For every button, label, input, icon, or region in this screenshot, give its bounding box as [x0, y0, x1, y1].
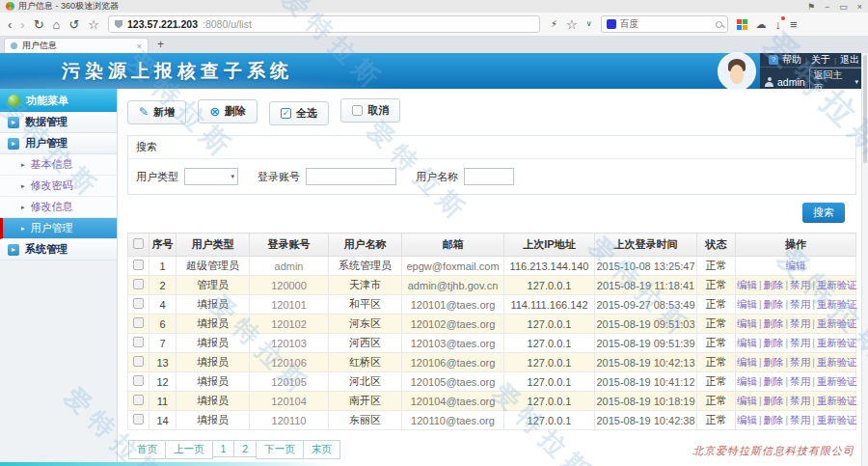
- new-tab-icon[interactable]: +: [157, 38, 164, 53]
- row-checkbox[interactable]: [133, 298, 144, 309]
- chevron-down-icon[interactable]: ∨: [586, 20, 592, 28]
- tab-favicon: [11, 42, 17, 49]
- row-checkbox[interactable]: [133, 260, 144, 270]
- sidebar-item-4[interactable]: ▸修改信息: [0, 197, 117, 218]
- row-checkbox[interactable]: [133, 375, 144, 386]
- page-button-1[interactable]: 上一页: [165, 440, 213, 459]
- minimize-icon[interactable]: −: [825, 2, 829, 12]
- op-link[interactable]: 禁用: [790, 298, 810, 310]
- scrollbar-thumb[interactable]: [863, 55, 867, 163]
- back-icon[interactable]: ‹: [8, 18, 12, 31]
- forward-icon[interactable]: ›: [20, 18, 24, 31]
- flash-icon[interactable]: ⚡: [551, 19, 557, 29]
- op-link[interactable]: 编辑: [737, 317, 757, 329]
- column-header-6: 上次登录时间: [595, 233, 697, 257]
- collect-star-icon[interactable]: ☆: [566, 18, 578, 31]
- cell-time: 2015-08-19 11:18:41: [595, 276, 697, 295]
- op-link[interactable]: 删除: [764, 279, 784, 290]
- op-link[interactable]: 编辑: [737, 414, 757, 425]
- op-link[interactable]: 重新验证: [817, 375, 857, 387]
- op-link[interactable]: 编辑: [737, 395, 757, 406]
- sidebar-item-6[interactable]: ▸系统管理: [0, 239, 117, 260]
- op-link[interactable]: 重新验证: [817, 414, 857, 425]
- search-button[interactable]: 搜索: [802, 203, 845, 223]
- row-checkbox[interactable]: [133, 395, 144, 405]
- header-checkbox[interactable]: [133, 238, 144, 249]
- op-link[interactable]: 编辑: [737, 298, 757, 310]
- op-link[interactable]: 重新验证: [817, 298, 857, 310]
- op-link[interactable]: 删除: [764, 414, 784, 425]
- bullet-arrow-icon: ▸: [21, 225, 25, 233]
- row-checkbox[interactable]: [133, 317, 144, 328]
- browser-search-box[interactable]: 百度: [601, 15, 728, 33]
- favorite-icon[interactable]: ☆: [88, 18, 99, 31]
- op-link[interactable]: 删除: [764, 337, 784, 348]
- select-all-button[interactable]: ✓ 全选: [269, 101, 329, 125]
- cell-status: 正常: [697, 411, 736, 430]
- user-name-input[interactable]: [464, 168, 514, 185]
- login-account-input[interactable]: [306, 168, 396, 185]
- row-checkbox[interactable]: [133, 279, 144, 289]
- op-link[interactable]: 删除: [764, 298, 784, 310]
- sidebar-item-2[interactable]: ▸基本信息: [0, 154, 117, 176]
- browser-tab[interactable]: 用户信息 ×: [4, 38, 149, 53]
- op-link[interactable]: 禁用: [790, 279, 810, 290]
- op-link[interactable]: 编辑: [737, 356, 757, 368]
- op-link[interactable]: 删除: [764, 317, 784, 329]
- op-link[interactable]: 禁用: [790, 337, 810, 348]
- op-link[interactable]: 编辑: [786, 260, 806, 271]
- page-scrollbar[interactable]: [861, 53, 868, 466]
- menu-icon[interactable]: ≡: [790, 18, 798, 31]
- op-link[interactable]: 禁用: [790, 375, 810, 387]
- row-checkbox[interactable]: [133, 356, 144, 367]
- op-link[interactable]: 禁用: [790, 395, 810, 406]
- tab-close-icon[interactable]: ×: [137, 41, 142, 51]
- sidebar-item-3[interactable]: ▸修改密码: [0, 176, 117, 197]
- op-link[interactable]: 编辑: [737, 375, 757, 387]
- op-link[interactable]: 重新验证: [817, 337, 857, 348]
- op-link[interactable]: 重新验证: [817, 279, 857, 290]
- pin-icon[interactable]: ⚑: [807, 2, 815, 12]
- op-link[interactable]: 删除: [764, 395, 784, 406]
- sidebar-item-1[interactable]: ▸用户管理: [0, 133, 117, 154]
- page-button-5[interactable]: 末页: [303, 440, 340, 459]
- history-icon[interactable]: ↺: [68, 18, 79, 31]
- row-checkbox[interactable]: [133, 337, 144, 347]
- return-home-button[interactable]: 返回主页 ▾: [809, 68, 863, 96]
- maximize-icon[interactable]: ▭: [839, 2, 848, 12]
- row-checkbox[interactable]: [133, 414, 144, 425]
- page-button-4[interactable]: 下一页: [256, 440, 304, 459]
- header-link-2[interactable]: 退出: [840, 53, 859, 67]
- sidebar-item-5[interactable]: ▸用户管理: [0, 218, 117, 239]
- op-link[interactable]: 重新验证: [817, 356, 857, 368]
- op-link[interactable]: 删除: [764, 356, 784, 368]
- op-link[interactable]: 编辑: [737, 279, 757, 290]
- header-link-1[interactable]: 关于: [811, 53, 830, 67]
- op-link[interactable]: 禁用: [790, 356, 810, 368]
- op-link[interactable]: 重新验证: [817, 317, 857, 329]
- page-button-2[interactable]: 1: [212, 440, 235, 457]
- home-icon[interactable]: ⌂: [53, 18, 61, 31]
- op-link[interactable]: 禁用: [790, 317, 810, 329]
- user-type-select[interactable]: ▾: [184, 168, 238, 185]
- delete-button[interactable]: ⊗ 删除: [198, 99, 258, 123]
- cloud-icon[interactable]: ☁: [756, 19, 767, 30]
- header-link-0[interactable]: 帮助: [782, 53, 801, 67]
- op-link[interactable]: 编辑: [737, 337, 757, 348]
- add-button[interactable]: ✎ 新增: [127, 100, 186, 124]
- op-link[interactable]: 重新验证: [817, 395, 857, 406]
- apps-grid-icon[interactable]: [737, 19, 747, 30]
- page-button-0[interactable]: 首页: [128, 440, 166, 459]
- op-link[interactable]: 删除: [764, 375, 784, 387]
- page-button-3[interactable]: 2: [233, 440, 257, 457]
- user-avatar[interactable]: [718, 52, 756, 91]
- search-magnifier-icon[interactable]: [716, 21, 722, 28]
- close-icon[interactable]: ×: [857, 2, 862, 12]
- op-separator: |: [812, 396, 815, 406]
- url-bar[interactable]: 123.57.221.203 :8080/u/list: [108, 15, 540, 33]
- refresh-icon[interactable]: ↻: [34, 18, 44, 31]
- cancel-button[interactable]: 取消: [340, 98, 400, 123]
- sidebar-item-0[interactable]: ▸数据管理: [0, 112, 117, 133]
- download-icon[interactable]: ↓: [775, 18, 782, 31]
- op-link[interactable]: 禁用: [790, 414, 810, 425]
